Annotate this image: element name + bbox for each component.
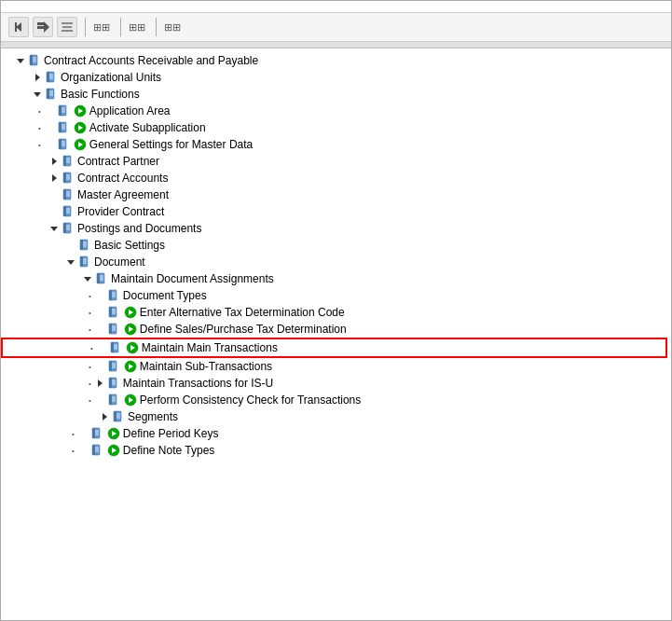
book-icon: [89, 443, 104, 458]
tree-toggle[interactable]: [93, 377, 106, 390]
tree-toggle[interactable]: [14, 54, 27, 67]
book-icon: [106, 393, 121, 407]
book-icon: [56, 120, 71, 135]
tree-row-document-types[interactable]: • Document Types: [1, 287, 671, 304]
settings-icon[interactable]: [57, 17, 77, 37]
svg-rect-7: [62, 30, 73, 32]
tree-node-label: Maintain Main Transactions: [142, 341, 278, 354]
book-icon: [44, 87, 59, 102]
book-icon: [108, 340, 123, 355]
book-icon: [106, 288, 121, 303]
book-icon: [61, 154, 75, 169]
tree-row-activate-sub[interactable]: • Activate Subapplication: [1, 119, 671, 136]
existing-bc-sets-link[interactable]: ⊞⊞: [93, 21, 113, 34]
book-icon: [106, 376, 121, 391]
tree-toggle: [76, 427, 89, 440]
tree-toggle: [93, 306, 106, 319]
tree-row-app-area[interactable]: • Application Area: [1, 103, 671, 119]
tree-toggle[interactable]: [31, 71, 44, 84]
tree-row-perform-consistency[interactable]: • Perform Consistency Check for Transact…: [1, 392, 671, 408]
tree-row-maintain-sub-trans[interactable]: • Maintain Sub-Transactions: [1, 358, 671, 375]
svg-rect-71: [63, 223, 66, 233]
tree-row-contract-accounts[interactable]: Contract Accounts: [1, 170, 671, 186]
svg-marker-14: [35, 74, 40, 81]
back-icon[interactable]: [8, 17, 29, 37]
tree-node-label: Define Period Keys: [123, 427, 219, 440]
bc-sets-activity-link[interactable]: ⊞⊞: [129, 21, 148, 34]
tree-node-label: Perform Consistency Check for Transactio…: [140, 393, 361, 407]
tree-dot: •: [72, 447, 75, 455]
svg-marker-20: [34, 92, 41, 97]
svg-marker-138: [103, 413, 107, 421]
tree-node-label: Postings and Documents: [77, 222, 201, 235]
svg-rect-3: [37, 26, 45, 29]
svg-marker-8: [17, 59, 24, 63]
tree-toggle: [93, 360, 106, 373]
tree-dot: •: [38, 124, 41, 132]
book-icon: [94, 271, 109, 286]
tree-toggle[interactable]: [48, 155, 61, 168]
toolbar: ⊞⊞ ⊞⊞ ⊞⊞: [1, 13, 671, 42]
structure-header: [1, 42, 671, 48]
svg-rect-140: [114, 411, 117, 421]
forward-icon[interactable]: [33, 17, 53, 37]
tree-toggle[interactable]: [98, 410, 111, 423]
tree-row-maintain-main-trans[interactable]: • Maintain Main Transactions: [1, 338, 667, 358]
svg-marker-4: [44, 21, 49, 33]
tree-node-label: General Settings for Master Data: [89, 138, 253, 151]
tree-row-master-agreement[interactable]: Master Agreement: [1, 186, 671, 203]
tree-container[interactable]: Contract Accounts Receivable and Payable…: [1, 48, 671, 620]
tree-dot: •: [89, 363, 91, 371]
book-icon: [77, 255, 92, 269]
tree-toggle[interactable]: [31, 88, 44, 101]
tree-toggle: [48, 188, 61, 201]
tree-node-label: Contract Partner: [77, 155, 159, 168]
book-icon: [56, 137, 71, 152]
tree-row-define-note-types[interactable]: • Define Note Types: [1, 442, 671, 459]
book-icon: [56, 104, 71, 118]
tree-node-label: Contract Accounts: [77, 172, 168, 185]
tree-row-provider-contract[interactable]: Provider Contract: [1, 203, 671, 220]
tree-row-postings-docs[interactable]: Postings and Documents: [1, 220, 671, 237]
tree-toggle: [48, 205, 61, 218]
tree-row-org[interactable]: Organizational Units: [1, 69, 671, 86]
tree-node-label: Organizational Units: [61, 71, 161, 84]
book-icon: [61, 187, 75, 202]
tree-dot: •: [72, 430, 75, 438]
tree-row-contract-partner[interactable]: Contract Partner: [1, 153, 671, 170]
svg-rect-60: [63, 189, 66, 200]
separator-2: [120, 18, 121, 36]
execute-icon: [106, 443, 121, 458]
tree-toggle[interactable]: [64, 255, 77, 269]
tree-row-maintain-trans-isu[interactable]: • Maintain Transactions for IS-U: [1, 375, 671, 392]
tree-row-define-sales-tax[interactable]: • Define Sales/Purchase Tax Determinatio…: [1, 321, 671, 338]
svg-rect-65: [63, 206, 66, 216]
svg-rect-2: [37, 22, 45, 25]
tree-row-enter-alt-tax[interactable]: • Enter Alternative Tax Determination Co…: [1, 304, 671, 321]
book-icon: [77, 238, 92, 253]
book-icon: [27, 53, 42, 68]
tree-row-root[interactable]: Contract Accounts Receivable and Payable: [1, 52, 671, 69]
tree-row-define-period-keys[interactable]: • Define Period Keys: [1, 425, 671, 442]
tree-row-basic-settings[interactable]: Basic Settings: [1, 237, 671, 254]
tree-row-maintain-doc-assign[interactable]: Maintain Document Assignments: [1, 270, 671, 287]
book-icon: [61, 171, 75, 186]
tree-row-document[interactable]: Document: [1, 254, 671, 270]
tree-row-segments[interactable]: Segments: [1, 408, 671, 425]
separator-3: [156, 18, 157, 36]
svg-rect-98: [109, 307, 112, 317]
tree-toggle[interactable]: [48, 172, 61, 185]
tree-toggle[interactable]: [81, 272, 94, 285]
tree-row-general-settings[interactable]: • General Settings for Master Data: [1, 136, 671, 153]
title-bar: [1, 1, 671, 13]
tree-node-label: Basic Functions: [61, 88, 140, 101]
activated-bc-sets-link[interactable]: ⊞⊞: [164, 21, 184, 34]
tree-node-label: Maintain Sub-Transactions: [140, 360, 272, 373]
tree-toggle: [76, 444, 89, 457]
tree-node-label: Define Sales/Purchase Tax Determination: [140, 323, 347, 336]
tree-toggle[interactable]: [48, 222, 61, 235]
svg-rect-22: [47, 89, 49, 99]
bc-activated-icon: ⊞⊞: [164, 21, 181, 34]
tree-row-basic-func[interactable]: Basic Functions: [1, 86, 671, 103]
tree-node-label: Maintain Document Assignments: [111, 272, 274, 285]
